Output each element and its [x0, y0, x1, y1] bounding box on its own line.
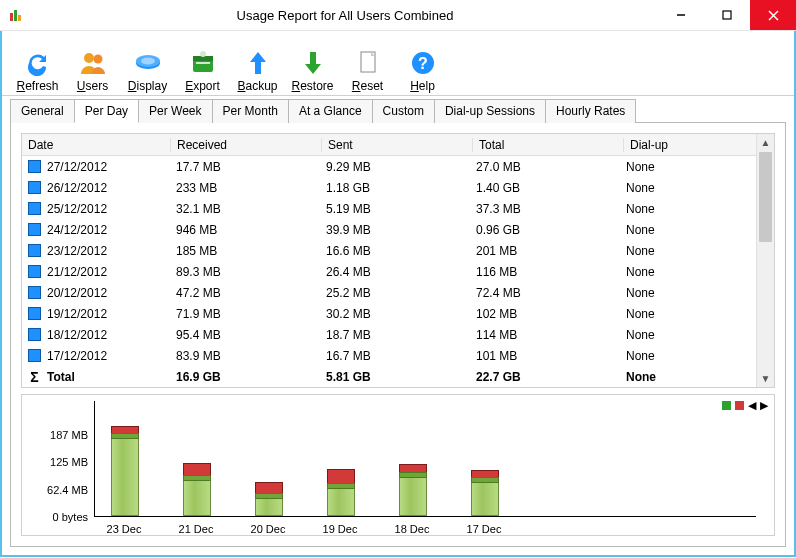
refresh-button[interactable]: Refresh	[10, 37, 65, 93]
y-tick-label: 62.4 MB	[47, 484, 88, 496]
cell-dialup: None	[620, 244, 762, 258]
scroll-up-icon[interactable]: ▲	[757, 134, 774, 151]
restore-button[interactable]: Restore	[285, 37, 340, 93]
tab-perweek[interactable]: Per Week	[138, 99, 212, 123]
toolbar-label: Users	[77, 79, 108, 93]
cell-sent: 39.9 MB	[320, 223, 470, 237]
tab-general[interactable]: General	[10, 99, 75, 123]
svg-rect-14	[196, 62, 210, 64]
cell-dialup: None	[620, 265, 762, 279]
row-icon	[28, 349, 41, 362]
x-tick-label: 19 Dec	[323, 523, 358, 535]
cell-sent: 26.4 MB	[320, 265, 470, 279]
users-button[interactable]: Users	[65, 37, 120, 93]
table-row[interactable]: 20/12/201247.2 MB25.2 MB72.4 MBNone	[22, 282, 774, 303]
chart-next-button[interactable]: ▶	[760, 399, 768, 412]
toolbar-label: Refresh	[16, 79, 58, 93]
cell-date: 25/12/2012	[47, 202, 107, 216]
toolbar-label: Help	[410, 79, 435, 93]
cell-sent: 18.7 MB	[320, 328, 470, 342]
col-header-total[interactable]: Total	[473, 138, 624, 152]
tab-custom[interactable]: Custom	[372, 99, 435, 123]
export-icon	[187, 47, 219, 79]
cell-date: 26/12/2012	[47, 181, 107, 195]
col-header-date[interactable]: Date	[22, 138, 171, 152]
row-icon	[28, 223, 41, 236]
tab-perday[interactable]: Per Day	[74, 99, 139, 123]
svg-point-8	[93, 55, 102, 64]
cell-date: 21/12/2012	[47, 265, 107, 279]
tab-dialup[interactable]: Dial-up Sessions	[434, 99, 546, 123]
table-row[interactable]: 25/12/201232.1 MB5.19 MB37.3 MBNone	[22, 198, 774, 219]
table-row[interactable]: 19/12/201271.9 MB30.2 MB102 MBNone	[22, 303, 774, 324]
x-tick-label: 23 Dec	[107, 523, 142, 535]
tab-hourly[interactable]: Hourly Rates	[545, 99, 636, 123]
cell-date: 27/12/2012	[47, 160, 107, 174]
help-button[interactable]: ?Help	[395, 37, 450, 93]
table-row[interactable]: 27/12/201217.7 MB9.29 MB27.0 MBNone	[22, 156, 774, 177]
svg-rect-4	[723, 11, 731, 19]
usage-chart: ◀ ▶ 187 MB125 MB62.4 MB0 bytes 23 Dec21 …	[21, 394, 775, 536]
svg-point-15	[200, 51, 206, 57]
sigma-icon: Σ	[28, 369, 41, 385]
cell-date: 24/12/2012	[47, 223, 107, 237]
tabstrip: GeneralPer DayPer WeekPer MonthAt a Glan…	[2, 99, 794, 123]
table-row[interactable]: 21/12/201289.3 MB26.4 MB116 MBNone	[22, 261, 774, 282]
y-tick-label: 0 bytes	[53, 511, 88, 523]
table-scrollbar[interactable]: ▲ ▼	[756, 134, 774, 387]
table-total-row: ΣTotal16.9 GB5.81 GB22.7 GBNone	[22, 366, 774, 387]
cell-total: 116 MB	[470, 265, 620, 279]
scroll-down-icon[interactable]: ▼	[757, 370, 774, 387]
window-title: Usage Report for All Users Combined	[32, 8, 658, 23]
col-header-sent[interactable]: Sent	[322, 138, 473, 152]
backup-icon	[242, 47, 274, 79]
table-row[interactable]: 24/12/2012946 MB39.9 MB0.96 GBNone	[22, 219, 774, 240]
window-controls	[658, 0, 796, 30]
cell-dialup: None	[620, 286, 762, 300]
scroll-thumb[interactable]	[759, 152, 772, 242]
cell-received: 89.3 MB	[170, 265, 320, 279]
cell-received: 47.2 MB	[170, 286, 320, 300]
toolbar: RefreshUsersDisplayExportBackupRestoreRe…	[2, 31, 794, 96]
cell-total: 114 MB	[470, 328, 620, 342]
reset-icon	[352, 47, 384, 79]
display-button[interactable]: Display	[120, 37, 175, 93]
cell-total: 37.3 MB	[470, 202, 620, 216]
cell-sent: 25.2 MB	[320, 286, 470, 300]
x-tick-label: 20 Dec	[251, 523, 286, 535]
cell-total: 72.4 MB	[470, 286, 620, 300]
svg-rect-0	[10, 13, 13, 21]
tab-ataglance[interactable]: At a Glance	[288, 99, 373, 123]
tab-permonth[interactable]: Per Month	[212, 99, 289, 123]
row-icon	[28, 160, 41, 173]
reset-button[interactable]: Reset	[340, 37, 395, 93]
cell-total: 101 MB	[470, 349, 620, 363]
toolbar-label: Restore	[291, 79, 333, 93]
close-button[interactable]	[750, 0, 796, 30]
total-received: 16.9 GB	[170, 370, 320, 384]
col-header-received[interactable]: Received	[171, 138, 322, 152]
total-sent: 5.81 GB	[320, 370, 470, 384]
table-row[interactable]: 18/12/201295.4 MB18.7 MB114 MBNone	[22, 324, 774, 345]
table-row[interactable]: 26/12/2012233 MB1.18 GB1.40 GBNone	[22, 177, 774, 198]
total-dialup: None	[620, 370, 762, 384]
refresh-icon	[22, 47, 54, 79]
cell-sent: 30.2 MB	[320, 307, 470, 321]
cell-date: 18/12/2012	[47, 328, 107, 342]
table-row[interactable]: 17/12/201283.9 MB16.7 MB101 MBNone	[22, 345, 774, 366]
col-header-dialup[interactable]: Dial-up	[624, 138, 767, 152]
cell-total: 201 MB	[470, 244, 620, 258]
table-row[interactable]: 23/12/2012185 MB16.6 MB201 MBNone	[22, 240, 774, 261]
cell-sent: 16.7 MB	[320, 349, 470, 363]
app-icon	[8, 7, 24, 23]
cell-total: 0.96 GB	[470, 223, 620, 237]
backup-button[interactable]: Backup	[230, 37, 285, 93]
cell-received: 946 MB	[170, 223, 320, 237]
svg-rect-1	[14, 10, 17, 21]
minimize-button[interactable]	[658, 0, 704, 30]
maximize-button[interactable]	[704, 0, 750, 30]
export-button[interactable]: Export	[175, 37, 230, 93]
x-tick-label: 17 Dec	[467, 523, 502, 535]
cell-sent: 16.6 MB	[320, 244, 470, 258]
cell-received: 17.7 MB	[170, 160, 320, 174]
